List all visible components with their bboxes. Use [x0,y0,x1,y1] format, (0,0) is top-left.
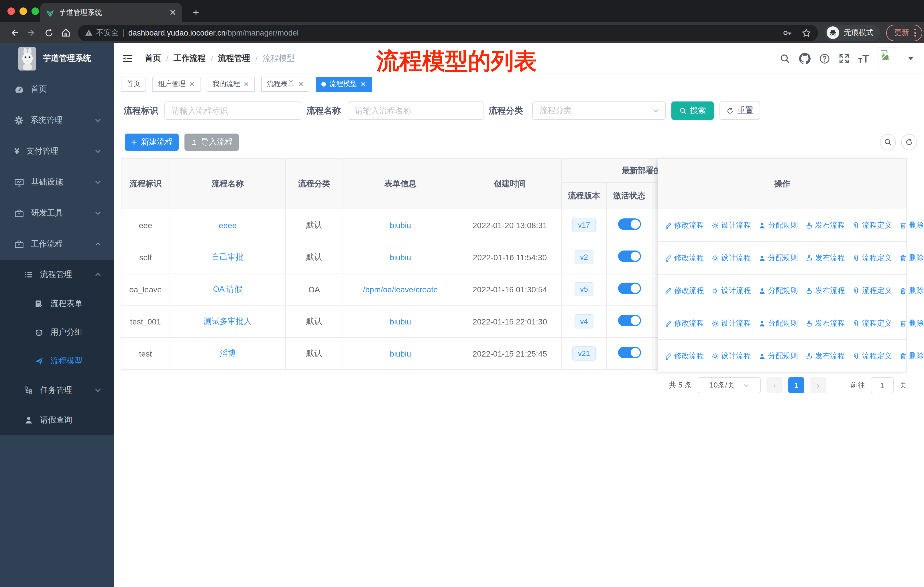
filter-key-input[interactable] [164,101,301,120]
publish-process-link[interactable]: 发布流程 [805,253,845,263]
assign-rule-link[interactable]: 分配规则 [759,220,798,230]
sidebar-collapse-icon[interactable] [122,54,133,63]
active-toggle[interactable] [618,283,641,294]
form-info-link[interactable]: biubiu [390,253,411,262]
form-info-link[interactable]: /bpm/oa/leave/create [363,284,438,294]
filter-category-select[interactable]: 流程分类 [532,101,666,120]
delete-link[interactable]: 删除 [899,253,924,263]
tab-close-icon[interactable]: ✕ [169,7,177,18]
delete-link[interactable]: 删除 [899,318,924,329]
modify-process-link[interactable]: 修改流程 [665,351,704,361]
import-process-button[interactable]: 导入流程 [185,134,239,151]
modify-process-link[interactable]: 修改流程 [665,286,704,296]
sidebar-item-devtools[interactable]: 研发工具 [0,198,114,229]
sidebar-item-process-model[interactable]: 流程模型 [0,347,114,375]
bookmark-star-icon[interactable] [802,28,811,38]
design-process-link[interactable]: 设计流程 [711,286,751,296]
prev-page-button[interactable]: ‹ [766,377,782,393]
tag-tenant[interactable]: 租户管理✕ [152,76,201,91]
publish-process-link[interactable]: 发布流程 [805,286,845,296]
create-process-button[interactable]: 新建流程 [125,134,179,151]
delete-link[interactable]: 删除 [899,220,924,230]
publish-process-link[interactable]: 发布流程 [805,318,845,329]
active-toggle[interactable] [618,347,641,358]
modify-process-link[interactable]: 修改流程 [665,253,704,263]
delete-link[interactable]: 删除 [899,351,924,361]
process-name-link[interactable]: OA 请假 [213,284,243,293]
help-icon[interactable] [819,53,830,64]
maximize-window-button[interactable] [31,7,39,15]
reload-button[interactable] [40,24,57,41]
sidebar-item-payment[interactable]: ¥ 支付管理 [0,136,114,167]
sidebar-item-process-mgmt[interactable]: 流程管理 [0,260,114,289]
assign-rule-link[interactable]: 分配规则 [759,286,798,296]
close-icon[interactable]: ✕ [243,80,249,88]
close-icon[interactable]: ✕ [298,80,304,88]
assign-rule-link[interactable]: 分配规则 [759,351,798,361]
process-name-link[interactable]: eeee [219,220,237,230]
avatar[interactable] [878,48,899,69]
current-page-button[interactable]: 1 [788,377,804,393]
process-name-link[interactable]: 自己审批 [212,252,244,261]
sidebar-item-system[interactable]: 系统管理 [0,105,114,136]
modify-process-link[interactable]: 修改流程 [665,220,704,230]
minimize-window-button[interactable] [20,7,27,15]
form-info-link[interactable]: biubiu [390,220,411,230]
close-icon[interactable]: ✕ [360,80,366,88]
search-button[interactable]: 搜索 [672,101,714,120]
process-name-link[interactable]: 滔博 [220,348,236,357]
address-bar[interactable]: 不安全 dashboard.yudao.iocoder.cn/bpm/manag… [78,24,818,41]
sidebar-item-leave-query[interactable]: 请假查询 [0,405,114,435]
page-size-select[interactable]: 10条/页 [698,377,761,393]
breadcrumb-home[interactable]: 首页 [145,53,161,64]
sidebar-item-user-group[interactable]: 用户分组 [0,318,114,347]
design-process-link[interactable]: 设计流程 [711,220,751,230]
publish-process-link[interactable]: 发布流程 [805,351,845,361]
reset-button[interactable]: 重置 [719,101,760,120]
modify-process-link[interactable]: 修改流程 [665,318,704,329]
browser-update-menu[interactable]: 更新 [886,24,922,41]
tag-home[interactable]: 首页 [121,76,146,91]
active-toggle[interactable] [618,218,641,230]
delete-link[interactable]: 删除 [899,286,924,296]
back-button[interactable] [6,24,23,41]
process-name-link[interactable]: 测试多审批人 [204,316,252,325]
process-definition-link[interactable]: 流程定义 [852,220,892,230]
browser-tab[interactable]: 芋道管理系统 ✕ [40,3,182,22]
design-process-link[interactable]: 设计流程 [711,318,751,329]
active-toggle[interactable] [618,251,641,262]
security-status[interactable]: 不安全 [85,28,119,38]
filter-name-input[interactable] [348,101,483,120]
breadcrumb-workflow[interactable]: 工作流程 [173,53,206,64]
home-button[interactable] [57,24,74,41]
refresh-table-button[interactable] [901,134,917,150]
design-process-link[interactable]: 设计流程 [711,253,751,263]
form-info-link[interactable]: biubiu [390,317,411,326]
process-definition-link[interactable]: 流程定义 [852,318,892,329]
tag-my-process[interactable]: 我的流程✕ [207,76,255,91]
active-toggle[interactable] [618,315,641,326]
next-page-button[interactable]: › [810,377,826,393]
form-info-link[interactable]: biubiu [390,349,411,358]
publish-process-link[interactable]: 发布流程 [805,220,845,230]
process-definition-link[interactable]: 流程定义 [852,253,892,263]
fullscreen-icon[interactable] [839,53,850,64]
close-window-button[interactable] [7,7,15,15]
forward-button[interactable] [23,24,40,41]
goto-page-input[interactable] [871,377,894,393]
sidebar-item-workflow[interactable]: 工作流程 [0,229,114,260]
tag-process-model[interactable]: 流程模型✕ [316,76,372,91]
breadcrumb-process-mgmt[interactable]: 流程管理 [218,53,250,64]
password-key-icon[interactable] [782,28,792,38]
avatar-caret-icon[interactable] [908,57,914,60]
design-process-link[interactable]: 设计流程 [711,351,751,361]
sidebar-item-infra[interactable]: 基础设施 [0,167,114,198]
github-icon[interactable] [799,53,810,64]
sidebar-item-home[interactable]: 首页 [0,74,114,105]
sidebar-item-process-form[interactable]: 流程表单 [0,289,114,318]
new-tab-button[interactable]: + [189,6,203,20]
process-definition-link[interactable]: 流程定义 [852,286,892,296]
assign-rule-link[interactable]: 分配规则 [759,253,798,263]
close-icon[interactable]: ✕ [189,80,195,88]
tag-process-form[interactable]: 流程表单✕ [261,76,309,91]
